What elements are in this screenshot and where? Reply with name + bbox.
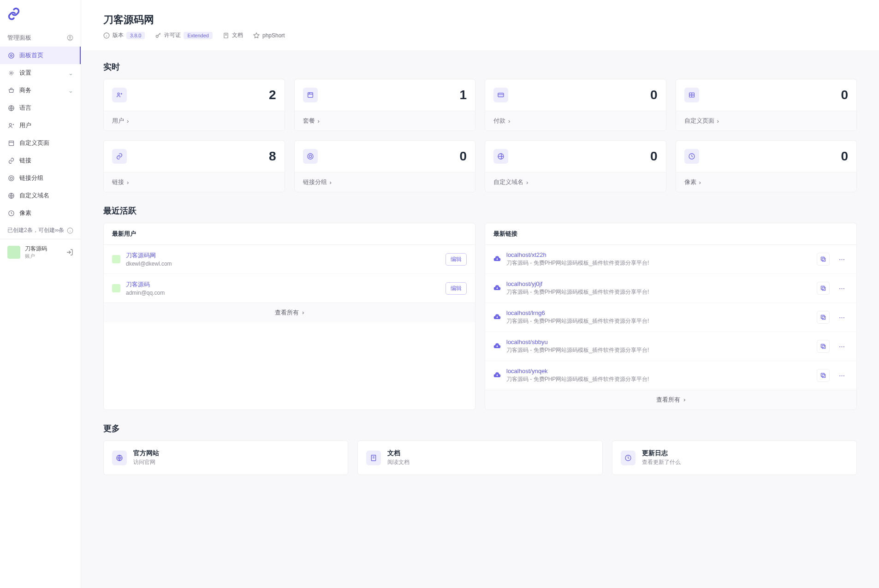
- svg-rect-30: [822, 345, 826, 349]
- svg-point-8: [8, 175, 13, 180]
- link-url[interactable]: localhost/xt22h: [506, 251, 811, 258]
- link-url[interactable]: localhost/lrng6: [506, 309, 811, 316]
- stat-link[interactable]: 付款›: [485, 111, 666, 131]
- quota-row: 已创建2条，可创建∞条: [0, 222, 81, 239]
- nav-icon: [7, 139, 15, 147]
- link-desc: 刀客源码 - 免费PHP网站源码模板_插件软件资源分享平台!: [506, 346, 811, 354]
- stat-link[interactable]: 自定义页面›: [676, 111, 857, 131]
- sidebar-item-1[interactable]: 设置⌄: [0, 64, 81, 82]
- users-view-all[interactable]: 查看所有 ›: [104, 303, 475, 322]
- account-sub: 账户: [25, 253, 61, 260]
- link-row: localhost/sbbyu刀客源码 - 免费PHP网站源码模板_插件软件资源…: [485, 332, 856, 361]
- user-name[interactable]: 刀客源码: [126, 280, 440, 289]
- chevron-right-icon: ›: [127, 118, 129, 125]
- more-card-icon: [112, 451, 127, 465]
- edit-button[interactable]: 编辑: [445, 282, 467, 295]
- cloud-download-icon: [493, 255, 501, 263]
- svg-rect-7: [9, 141, 13, 145]
- page-header: 刀客源码网 版本 3.8.0 许可证 Extended 文档 phpShort: [81, 0, 879, 50]
- more-card-sub: 查看更新了什么: [642, 458, 681, 466]
- stat-card: 8链接›: [103, 140, 285, 192]
- chevron-right-icon: ›: [682, 396, 685, 403]
- stat-value: 2: [269, 88, 276, 102]
- info-icon: [103, 32, 110, 39]
- avatar: [112, 255, 120, 263]
- quota-text: 已创建2条，可创建∞条: [7, 226, 64, 234]
- stat-icon: [684, 149, 699, 164]
- stat-card: 0链接分组›: [294, 140, 476, 192]
- stat-label: 套餐: [303, 117, 315, 125]
- app-link[interactable]: phpShort: [253, 32, 285, 39]
- more-card[interactable]: 更新日志查看更新了什么: [612, 440, 857, 475]
- activity-title: 最近活跃: [103, 205, 857, 216]
- stat-link[interactable]: 链接分组›: [295, 172, 475, 192]
- cloud-download-icon: [493, 285, 501, 292]
- nav-icon: [7, 192, 15, 199]
- stat-label: 付款: [493, 117, 505, 125]
- copy-button[interactable]: [817, 340, 830, 353]
- sidebar-item-4[interactable]: 用户: [0, 117, 81, 134]
- logout-icon[interactable]: [66, 249, 73, 256]
- svg-point-4: [10, 72, 12, 74]
- link-url[interactable]: localhost/yj0jf: [506, 280, 811, 287]
- avatar: [7, 246, 20, 259]
- stat-card: 0付款›: [485, 79, 666, 131]
- stat-link[interactable]: 自定义域名›: [485, 172, 666, 192]
- link-url[interactable]: localhost/ynqek: [506, 368, 811, 374]
- license-item: 许可证 Extended: [155, 31, 212, 39]
- link-row: localhost/lrng6刀客源码 - 免费PHP网站源码模板_插件软件资源…: [485, 303, 856, 332]
- stat-link[interactable]: 用户›: [104, 111, 285, 131]
- more-section: 更多 官方网站访问官网文档阅读文档更新日志查看更新了什么: [103, 423, 857, 475]
- account-row[interactable]: 刀客源码 账户: [0, 239, 81, 265]
- more-button[interactable]: ⋯: [835, 311, 848, 324]
- document-icon: [223, 32, 229, 39]
- sidebar-item-6[interactable]: 链接: [0, 152, 81, 169]
- sidebar-item-5[interactable]: 自定义页面: [0, 134, 81, 152]
- stat-link[interactable]: 像素›: [676, 172, 857, 192]
- more-card[interactable]: 文档阅读文档: [357, 440, 602, 475]
- chevron-right-icon: ›: [526, 179, 528, 186]
- copy-button[interactable]: [817, 311, 830, 324]
- svg-rect-17: [308, 93, 313, 98]
- edit-button[interactable]: 编辑: [445, 253, 467, 266]
- license-badge: Extended: [184, 32, 212, 39]
- more-card-sub: 访问官网: [133, 458, 159, 466]
- docs-link[interactable]: 文档: [223, 31, 243, 39]
- more-button[interactable]: ⋯: [835, 369, 848, 382]
- user-email: dkewl@dkewl.com: [126, 261, 440, 267]
- nav-label: 面板首页: [19, 51, 43, 59]
- stat-link[interactable]: 链接›: [104, 172, 285, 192]
- more-button[interactable]: ⋯: [835, 282, 848, 295]
- latest-links-panel: 最新链接 localhost/xt22h刀客源码 - 免费PHP网站源码模板_插…: [485, 223, 857, 410]
- svg-point-6: [9, 123, 12, 125]
- account-name: 刀客源码: [25, 245, 61, 253]
- sidebar-item-0[interactable]: 面板首页: [0, 47, 81, 64]
- sidebar-item-2[interactable]: 商务⌄: [0, 82, 81, 99]
- svg-point-3: [10, 54, 12, 56]
- stat-icon: [112, 149, 127, 164]
- link-url[interactable]: localhost/sbbyu: [506, 339, 811, 345]
- stat-icon: [493, 149, 508, 164]
- stat-icon: [493, 88, 508, 102]
- logo[interactable]: [0, 0, 81, 29]
- license-label: 许可证: [164, 31, 181, 39]
- link-row: localhost/xt22h刀客源码 - 免费PHP网站源码模板_插件软件资源…: [485, 245, 856, 274]
- sidebar-item-3[interactable]: 语言: [0, 99, 81, 117]
- sidebar-item-9[interactable]: 像素: [0, 204, 81, 222]
- more-card[interactable]: 官方网站访问官网: [103, 440, 348, 475]
- chevron-right-icon: ›: [127, 179, 129, 186]
- stat-card: 0像素›: [676, 140, 857, 192]
- more-button[interactable]: ⋯: [835, 340, 848, 353]
- sidebar-item-7[interactable]: 链接分组: [0, 169, 81, 187]
- copy-button[interactable]: [817, 253, 830, 266]
- stat-link[interactable]: 套餐›: [295, 111, 475, 131]
- cloud-download-icon: [493, 372, 501, 379]
- links-view-all[interactable]: 查看所有 ›: [485, 390, 856, 410]
- sidebar-item-8[interactable]: 自定义域名: [0, 187, 81, 204]
- user-name[interactable]: 刀客源码网: [126, 251, 440, 260]
- info-icon[interactable]: [67, 227, 73, 234]
- more-button[interactable]: ⋯: [835, 253, 848, 266]
- copy-button[interactable]: [817, 282, 830, 295]
- version-item: 版本 3.8.0: [103, 31, 145, 39]
- copy-button[interactable]: [817, 369, 830, 382]
